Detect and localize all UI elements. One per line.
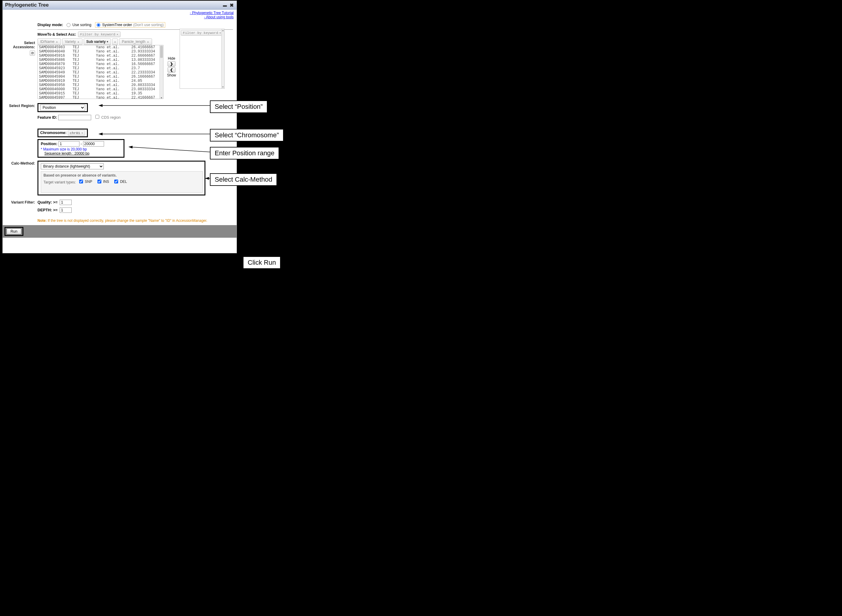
right-scrollbar[interactable]: ▲▼ xyxy=(221,29,224,88)
run-bar: Run xyxy=(3,225,236,238)
callout-position: Select “Position” xyxy=(210,100,267,113)
table-row[interactable]: SAMD00046000TEJYano et.al.23.08333334 xyxy=(38,87,163,91)
phylo-tree-window: Phylogenetic Tree ▬ ✖ - Phylogenetic Tre… xyxy=(2,1,237,253)
target-variant-label: Target variant types: xyxy=(44,180,76,184)
hide-button[interactable]: ❯ xyxy=(168,61,175,66)
right-filter[interactable]: Filter by keyword xyxy=(181,30,223,36)
note-text: Note: If the tree is not displayed corre… xyxy=(38,219,207,223)
window-title: Phylogenetic Tree xyxy=(5,2,49,8)
display-mode-bar: Display mode: Use sorting SystemTree ord… xyxy=(38,22,233,30)
radio-systemtree-order[interactable]: SystemTree order(Don't use sorting) xyxy=(95,22,165,28)
position-highlight: Position: - * Maximum size is 20,000 bp … xyxy=(38,139,125,158)
quality-label: Quality: >= xyxy=(38,200,57,204)
radio-use-sorting[interactable]: Use sorting xyxy=(67,23,91,27)
callout-range: Enter Position range xyxy=(210,147,279,160)
show-button[interactable]: ❮ xyxy=(168,67,175,73)
calc-method-highlight: Binary distance (lightweight) Based on p… xyxy=(38,161,205,195)
position-to-input[interactable] xyxy=(83,141,104,147)
col-subvariety[interactable]: Sub variety ▾ xyxy=(84,38,111,45)
calc-desc: Based on presence or absence of variants… xyxy=(44,173,200,177)
about-link[interactable]: - About using tools xyxy=(204,15,233,19)
sequence-length: Sequence length : 20000 bp xyxy=(44,151,121,155)
region-select[interactable]: Position xyxy=(40,105,85,111)
callout-chromosome: Select “Chromosome” xyxy=(210,129,284,141)
chromosome-select[interactable]: chr01 xyxy=(68,130,85,136)
close-icon[interactable]: ✖ xyxy=(229,2,234,8)
refresh-icon[interactable]: ⟳ xyxy=(30,50,35,56)
depth-label: DEPTH: >= xyxy=(38,208,57,212)
col-variety[interactable]: Variety ▲ xyxy=(62,38,82,45)
table-row[interactable]: SAMD00045958TEJYano et.al.20.88333334 xyxy=(38,83,163,87)
calc-method-label: Calc-Method: xyxy=(6,161,38,166)
hide-label: Hide xyxy=(168,56,175,60)
chk-ins[interactable]: INS xyxy=(96,179,109,184)
calc-method-desc-box: Based on presence or absence of variants… xyxy=(41,171,203,193)
tutorial-link[interactable]: - Phylogenetic Tree Tutorial xyxy=(190,11,233,15)
feature-id-input[interactable] xyxy=(58,115,91,120)
column-headers: ID/Name ▲ Variety ▲ Sub variety ▾ ▲ Pani… xyxy=(38,38,163,45)
moveto-filter[interactable]: Filter by keyword xyxy=(78,31,120,37)
table-row[interactable]: SAMD00045923TEJYano et.al.23.7 xyxy=(38,66,163,70)
position-from-input[interactable] xyxy=(59,141,79,147)
accessions-list[interactable]: SAMD00045983TEJYano et.al.26.41666667SAM… xyxy=(38,45,163,99)
select-region-label: Select Region: xyxy=(6,103,38,108)
callout-run: Click Run xyxy=(243,256,281,269)
table-row[interactable]: SAMD00045983TEJYano et.al.26.41666667 xyxy=(38,45,163,50)
scroll-thumb[interactable] xyxy=(160,46,163,58)
col-idname[interactable]: ID/Name ▲ xyxy=(38,38,61,45)
moveto-label: MoveTo & Select Acc: xyxy=(38,32,76,37)
position-label: Position: xyxy=(41,141,57,146)
select-region-highlight: Position xyxy=(38,103,88,112)
chromosome-highlight: Chromosome: chr01 xyxy=(38,129,88,137)
scroll-down-icon[interactable]: ▼ xyxy=(160,96,163,99)
col-panicle[interactable]: Panicle_length ▲ xyxy=(119,38,152,45)
chk-del[interactable]: DEL xyxy=(113,179,127,184)
chromosome-label: Chromosome: xyxy=(40,131,67,135)
run-highlight: Run xyxy=(4,227,23,236)
depth-input[interactable] xyxy=(60,207,72,213)
run-button[interactable]: Run xyxy=(7,229,21,235)
callout-calc: Select Calc-Method xyxy=(210,173,277,186)
titlebar-controls: ▬ ✖ xyxy=(222,2,234,8)
cds-region-checkbox[interactable]: CDS region xyxy=(94,115,120,120)
table-row[interactable]: SAMD00045997TEJYano et.al.22.41666667 xyxy=(38,95,163,99)
help-links: - Phylogenetic Tree Tutorial - About usi… xyxy=(3,10,236,19)
table-row[interactable]: SAMD00045904TEJYano et.al.26.16666667 xyxy=(38,75,163,79)
col-sort-extra[interactable]: ▲ xyxy=(112,38,118,45)
table-row[interactable]: SAMD00045916TEJYano et.al.22.66666667 xyxy=(38,54,163,58)
accessions-label: Select Accessions: ⟳ xyxy=(6,22,38,56)
table-row[interactable]: SAMD00045949TEJYano et.al.22.23333334 xyxy=(38,70,163,75)
feature-id-label: Feature ID: xyxy=(38,115,57,120)
variant-filter-label: Variant Filter: xyxy=(6,199,38,204)
table-row[interactable]: SAMD00046040TEJYano et.al.23.93333334 xyxy=(38,50,163,54)
hidden-accessions-list[interactable]: Filter by keyword ▲▼ xyxy=(180,29,224,89)
quality-input[interactable] xyxy=(60,199,72,205)
titlebar: Phylogenetic Tree ▬ ✖ xyxy=(3,1,236,10)
chk-snp[interactable]: SNP xyxy=(78,179,92,184)
calc-method-select[interactable]: Binary distance (lightweight) xyxy=(41,163,104,169)
position-note: * Maximum size is 20,000 bp xyxy=(41,147,121,151)
table-row[interactable]: SAMD00045886TEJYano et.al.13.08333334 xyxy=(38,58,163,62)
table-row[interactable]: SAMD00045870TEJYano et.al.16.56666667 xyxy=(38,62,163,66)
table-row[interactable]: SAMD00045919TEJYano et.al.24.05 xyxy=(38,79,163,83)
display-mode-label: Display mode: xyxy=(38,23,63,27)
table-row[interactable]: SAMD00045915TEJYano et.al.19.35 xyxy=(38,91,163,95)
show-label: Show xyxy=(167,73,176,77)
scrollbar[interactable]: ▲ ▼ xyxy=(160,45,163,98)
hide-show-controls: Hide ❯ ❮ Show xyxy=(167,56,176,77)
minimize-icon[interactable]: ▬ xyxy=(222,2,227,8)
